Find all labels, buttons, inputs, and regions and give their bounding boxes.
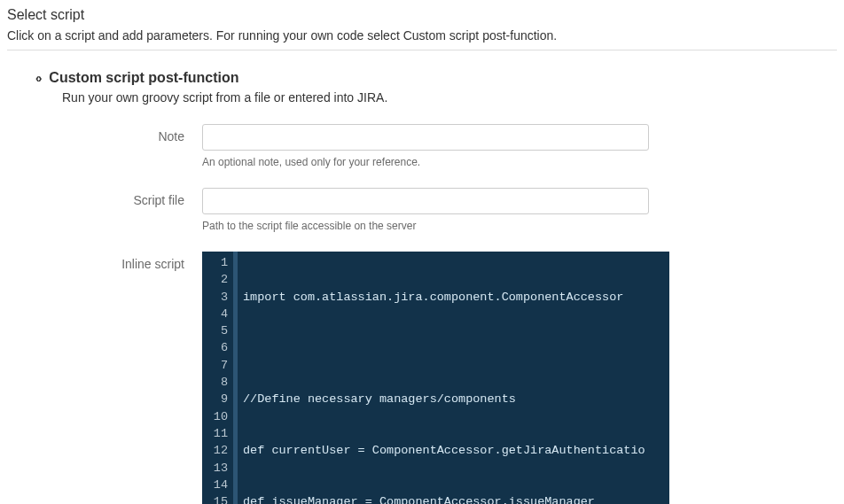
scriptfile-content: Path to the script file accessible on th… bbox=[202, 188, 649, 232]
note-input[interactable] bbox=[202, 124, 649, 151]
scriptfile-input[interactable] bbox=[202, 188, 649, 214]
code-line bbox=[243, 339, 669, 356]
code-line: def currentUser = ComponentAccessor.getJ… bbox=[243, 442, 669, 459]
code-line: import com.atlassian.jira.component.Comp… bbox=[243, 289, 669, 306]
page-subtitle: Click on a script and add parameters. Fo… bbox=[7, 28, 837, 50]
section-heading: Custom script post-function bbox=[49, 70, 238, 86]
scriptfile-label: Script file bbox=[35, 188, 202, 207]
content-section: ‹› Custom script post-function Run your … bbox=[35, 70, 837, 504]
code-content[interactable]: import com.atlassian.jira.component.Comp… bbox=[233, 252, 669, 504]
code-editor[interactable]: 1 2 3 4 5 6 7 8 9 10 11 12 13 14 15 impo… bbox=[202, 252, 669, 504]
code-line: def issueManager = ComponentAccessor.iss… bbox=[243, 493, 669, 504]
scriptfile-help: Path to the script file accessible on th… bbox=[202, 220, 649, 232]
form-row-scriptfile: Script file Path to the script file acce… bbox=[35, 188, 837, 232]
note-content: An optional note, used only for your ref… bbox=[202, 124, 649, 168]
page-title: Select script bbox=[7, 7, 837, 23]
arrow-icon: ‹› bbox=[35, 71, 40, 85]
section-description: Run your own groovy script from a file o… bbox=[62, 90, 837, 105]
code-gutter: 1 2 3 4 5 6 7 8 9 10 11 12 13 14 15 bbox=[202, 252, 233, 504]
note-help: An optional note, used only for your ref… bbox=[202, 156, 649, 168]
note-label: Note bbox=[35, 124, 202, 143]
heading-row: ‹› Custom script post-function bbox=[35, 70, 837, 86]
inlinescript-label: Inline script bbox=[35, 252, 202, 271]
code-line: //Define necessary managers/components bbox=[243, 391, 669, 407]
form-row-note: Note An optional note, used only for you… bbox=[35, 124, 837, 168]
form-row-inlinescript: Inline script 1 2 3 4 5 6 7 8 9 10 11 12… bbox=[35, 252, 837, 504]
